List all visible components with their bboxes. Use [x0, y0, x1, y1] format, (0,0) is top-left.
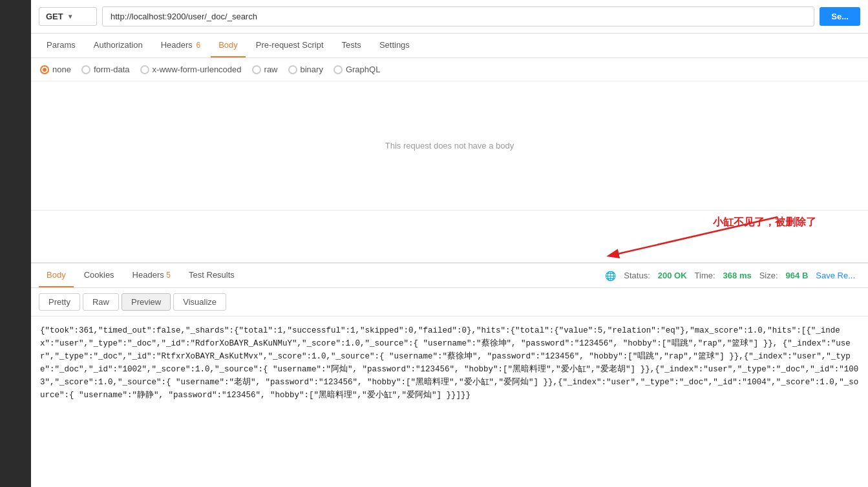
method-label: GET: [46, 12, 63, 21]
tab-headers[interactable]: Headers 6: [153, 34, 208, 57]
radio-dot-form-data: [81, 65, 90, 74]
response-content: {"took":361,"timed_out":false,"_shards":…: [31, 316, 868, 409]
tab-authorization[interactable]: Authorization: [86, 34, 151, 57]
tab-tests[interactable]: Tests: [334, 34, 369, 57]
time-value: 368 ms: [723, 271, 752, 280]
radio-raw[interactable]: raw: [252, 65, 278, 74]
radio-dot-none: [40, 65, 49, 74]
body-empty-message: This request does not have a body: [31, 81, 868, 211]
url-bar: GET ▼ Se...: [31, 0, 868, 34]
globe-icon: 🌐: [605, 271, 616, 281]
preview-tabs: Pretty Raw Preview Visualize: [31, 288, 868, 316]
prev-tab-pretty[interactable]: Pretty: [39, 293, 80, 311]
response-section: Body Cookies Headers 5 Test Results 🌐 St…: [31, 263, 868, 409]
resp-tab-headers[interactable]: Headers 5: [125, 264, 178, 287]
radio-dot-binary: [288, 65, 297, 74]
status-label: Status:: [624, 271, 650, 280]
url-input[interactable]: [102, 6, 814, 26]
radio-label-graphql: GraphQL: [346, 65, 380, 74]
radio-label-binary: binary: [301, 65, 323, 74]
main-content: GET ▼ Se... Params Authorization Headers…: [31, 0, 868, 487]
prev-tab-visualize[interactable]: Visualize: [173, 293, 226, 311]
body-empty-text: This request does not have a body: [385, 141, 514, 150]
radio-none[interactable]: none: [40, 65, 71, 74]
sidebar: [0, 0, 31, 487]
radio-urlencoded[interactable]: x-www-form-urlencoded: [140, 65, 242, 74]
tab-settings[interactable]: Settings: [372, 34, 418, 57]
send-button[interactable]: Se...: [820, 7, 860, 26]
time-label: Time:: [695, 271, 715, 280]
radio-dot-graphql: [333, 65, 343, 74]
radio-dot-urlencoded: [140, 65, 149, 74]
radio-label-none: none: [52, 65, 71, 74]
size-value: 964 B: [786, 271, 809, 280]
prev-tab-raw[interactable]: Raw: [83, 293, 119, 311]
resp-tab-body[interactable]: Body: [39, 264, 74, 287]
chevron-down-icon: ▼: [67, 13, 74, 20]
response-tab-group: Body Cookies Headers 5 Test Results: [39, 264, 605, 287]
size-label: Size:: [759, 271, 778, 280]
headers-badge: 6: [196, 41, 200, 50]
radio-dot-raw: [252, 65, 261, 74]
method-select[interactable]: GET ▼: [39, 7, 97, 26]
radio-form-data[interactable]: form-data: [81, 65, 130, 74]
prev-tab-preview[interactable]: Preview: [122, 293, 171, 311]
response-status-bar: 🌐 Status: 200 OK Time: 368 ms Size: 964 …: [605, 271, 860, 281]
response-tabs-bar: Body Cookies Headers 5 Test Results 🌐 St…: [31, 264, 868, 288]
resp-tab-cookies[interactable]: Cookies: [76, 264, 122, 287]
request-tabs: Params Authorization Headers 6 Body Pre-…: [31, 34, 868, 58]
tab-pre-request-script[interactable]: Pre-request Script: [248, 34, 332, 57]
resp-headers-badge: 5: [166, 271, 171, 280]
response-json-text: {"took":361,"timed_out":false,"_shards":…: [40, 326, 858, 400]
radio-label-raw: raw: [264, 65, 278, 74]
radio-binary[interactable]: binary: [288, 65, 323, 74]
tab-params[interactable]: Params: [39, 34, 83, 57]
radio-graphql[interactable]: GraphQL: [333, 65, 380, 74]
body-options: none form-data x-www-form-urlencoded raw…: [31, 58, 868, 81]
radio-label-urlencoded: x-www-form-urlencoded: [153, 65, 242, 74]
tab-body[interactable]: Body: [211, 34, 246, 57]
resp-tab-test-results[interactable]: Test Results: [181, 264, 242, 287]
status-value: 200 OK: [658, 271, 687, 280]
annotation-text: 小缸不见了，被删除了: [713, 216, 816, 229]
radio-label-form-data: form-data: [94, 65, 130, 74]
save-response-button[interactable]: Save Re...: [816, 271, 855, 280]
